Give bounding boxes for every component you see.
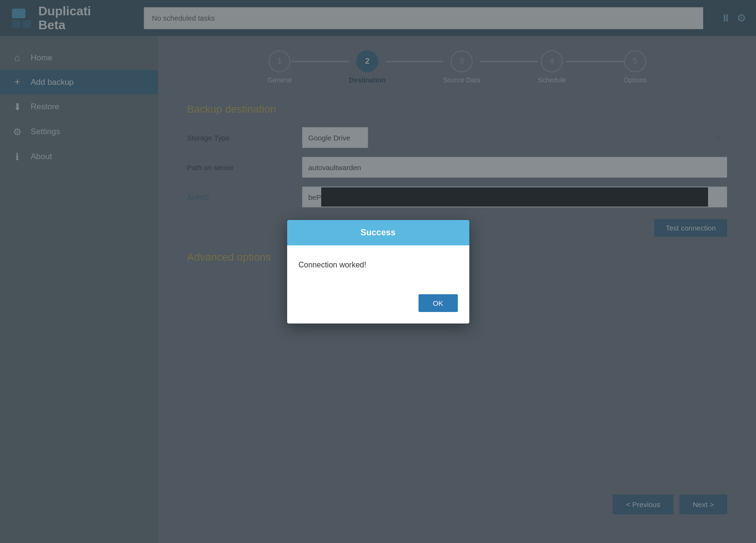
dialog-body: Connection worked! <box>287 245 469 294</box>
dialog-message: Connection worked! <box>299 261 458 269</box>
dialog-overlay: Success Connection worked! OK <box>0 0 756 543</box>
success-dialog: Success Connection worked! OK <box>287 220 469 323</box>
dialog-footer: OK <box>287 294 469 323</box>
dialog-ok-button[interactable]: OK <box>419 294 458 312</box>
dialog-header: Success <box>287 220 469 245</box>
